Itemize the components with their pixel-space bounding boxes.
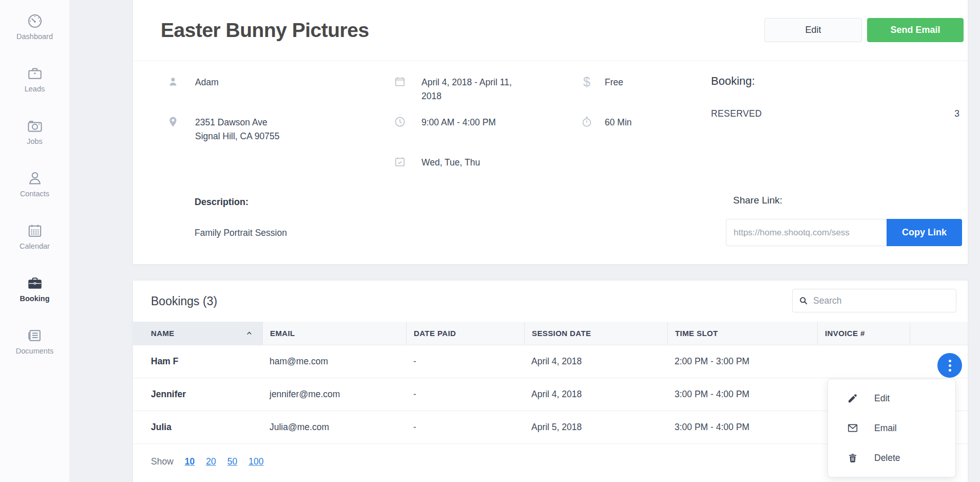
search-box[interactable]: [792, 289, 956, 312]
address-line1: 2351 Dawson Ave: [195, 117, 267, 127]
price-entry: $ Free: [580, 76, 623, 89]
duration-entry: 60 Min: [580, 116, 632, 129]
column-header-actions: [910, 322, 968, 345]
page-size-10[interactable]: 10: [185, 456, 195, 467]
trash-icon: [847, 452, 859, 464]
documents-icon: [26, 327, 44, 344]
share-link-group: Copy Link: [726, 219, 962, 246]
cell-email: Julia@me.com: [262, 422, 406, 433]
calendar-check-icon: [393, 156, 407, 170]
copy-link-button[interactable]: Copy Link: [887, 219, 962, 246]
menu-item-label: Edit: [874, 393, 890, 404]
cell-session-date: April 4, 2018: [524, 389, 667, 400]
column-header-date-paid[interactable]: DATE PAID: [406, 322, 524, 345]
sidebar-item-label: Booking: [20, 294, 50, 303]
sidebar-item-label: Calendar: [20, 242, 50, 250]
sidebar: Dashboard Leads Jobs: [0, 0, 70, 482]
description-value: Family Portrait Session: [195, 228, 287, 238]
menu-item-label: Email: [874, 423, 897, 434]
row-actions-button[interactable]: [937, 353, 962, 378]
pencil-icon: [847, 392, 859, 404]
sidebar-item-jobs[interactable]: Jobs: [4, 117, 66, 145]
cell-time-slot: 2:00 PM - 3:00 PM: [667, 356, 817, 367]
search-icon: [799, 296, 808, 305]
page-size-50[interactable]: 50: [227, 456, 237, 467]
cell-session-date: April 5, 2018: [524, 422, 667, 433]
calendar-icon: [393, 76, 407, 103]
person-icon: [166, 76, 180, 89]
booking-status-row: RESERVED 3: [711, 108, 959, 119]
sidebar-item-label: Contacts: [20, 190, 49, 198]
page-size-20[interactable]: 20: [206, 456, 216, 467]
contact-entry: Adam: [166, 76, 219, 89]
menu-item-edit[interactable]: Edit: [828, 383, 955, 413]
camera-icon: [26, 117, 44, 135]
sidebar-item-booking[interactable]: Booking: [4, 274, 66, 303]
edit-button[interactable]: Edit: [764, 18, 862, 42]
page-size-100[interactable]: 100: [248, 456, 263, 467]
sidebar-item-label: Jobs: [27, 137, 43, 145]
briefcase-filled-icon: [26, 274, 44, 292]
address-line2: Signal Hill, CA 90755: [195, 131, 279, 141]
cell-email: jennifer@me.com: [262, 389, 406, 400]
search-input[interactable]: [813, 295, 950, 306]
description-label: Description:: [195, 197, 248, 208]
column-header-email[interactable]: EMAIL: [262, 322, 406, 345]
booking-label: Booking:: [711, 75, 755, 88]
map-pin-icon: [166, 116, 180, 143]
days-entry: Wed, Tue, Thu: [393, 156, 480, 170]
page-title: Easter Bunny Pictures: [161, 19, 369, 42]
gauge-icon: [26, 12, 44, 30]
days: Wed, Tue, Thu: [421, 156, 480, 170]
person-icon: [26, 170, 44, 187]
cell-name: Jennifer: [133, 389, 262, 400]
bookings-title: Bookings (3): [151, 294, 217, 308]
session-header: Easter Bunny Pictures Edit Send Email: [133, 0, 968, 61]
sidebar-item-contacts[interactable]: Contacts: [4, 170, 66, 198]
cell-name: Ham F: [133, 356, 262, 367]
table-header-row: NAME EMAIL DATE PAID SESSION DATE TIME S…: [133, 322, 968, 345]
send-email-button[interactable]: Send Email: [867, 18, 964, 42]
row-actions-menu: Edit Email Delete: [828, 379, 956, 477]
menu-item-delete[interactable]: Delete: [828, 443, 955, 473]
sidebar-item-label: Dashboard: [16, 32, 53, 41]
table-row[interactable]: Ham F ham@me.com - April 4, 2018 2:00 PM…: [133, 345, 968, 378]
sort-caret-up-icon: [245, 329, 253, 337]
cell-time-slot: 3:00 PM - 4:00 PM: [667, 422, 817, 433]
address: 2351 Dawson Ave Signal Hill, CA 90755: [195, 116, 279, 143]
calendar-icon: [26, 222, 44, 239]
cell-email: ham@me.com: [262, 356, 406, 367]
share-url-input[interactable]: [726, 219, 887, 246]
cell-name: Julia: [133, 422, 262, 433]
sidebar-item-calendar[interactable]: Calendar: [4, 222, 66, 250]
time-range-entry: 9:00 AM - 4:00 PM: [393, 116, 496, 129]
column-header-time-slot[interactable]: TIME SLOT: [667, 322, 817, 345]
date-range: April 4, 2018 - April 11, 2018: [421, 76, 531, 103]
show-label: Show: [151, 456, 174, 467]
envelope-icon: [847, 422, 859, 434]
cell-session-date: April 4, 2018: [524, 356, 667, 367]
column-header-invoice[interactable]: INVOICE #: [817, 322, 910, 345]
sidebar-item-leads[interactable]: Leads: [4, 65, 66, 93]
stopwatch-icon: [580, 116, 594, 129]
sidebar-item-documents[interactable]: Documents: [4, 327, 66, 355]
dot-icon: [949, 364, 951, 367]
time-range: 9:00 AM - 4:00 PM: [421, 116, 496, 129]
booking-status: RESERVED: [711, 108, 762, 119]
clock-icon: [393, 116, 407, 129]
column-header-name[interactable]: NAME: [133, 322, 262, 345]
duration: 60 Min: [605, 116, 632, 129]
address-entry: 2351 Dawson Ave Signal Hill, CA 90755: [166, 116, 279, 143]
dollar-icon: $: [580, 76, 594, 89]
dot-icon: [949, 369, 951, 372]
menu-item-email[interactable]: Email: [828, 413, 955, 443]
cell-date-paid: -: [406, 389, 524, 400]
menu-item-label: Delete: [874, 453, 900, 464]
session-detail-card: Easter Bunny Pictures Edit Send Email Ad…: [132, 0, 968, 265]
sidebar-item-label: Documents: [16, 347, 53, 355]
sidebar-item-dashboard[interactable]: Dashboard: [4, 12, 66, 41]
dot-icon: [949, 360, 951, 362]
booking-count: 3: [954, 108, 959, 119]
column-header-session-date[interactable]: SESSION DATE: [524, 322, 667, 345]
cell-time-slot: 3:00 PM - 4:00 PM: [667, 389, 817, 400]
